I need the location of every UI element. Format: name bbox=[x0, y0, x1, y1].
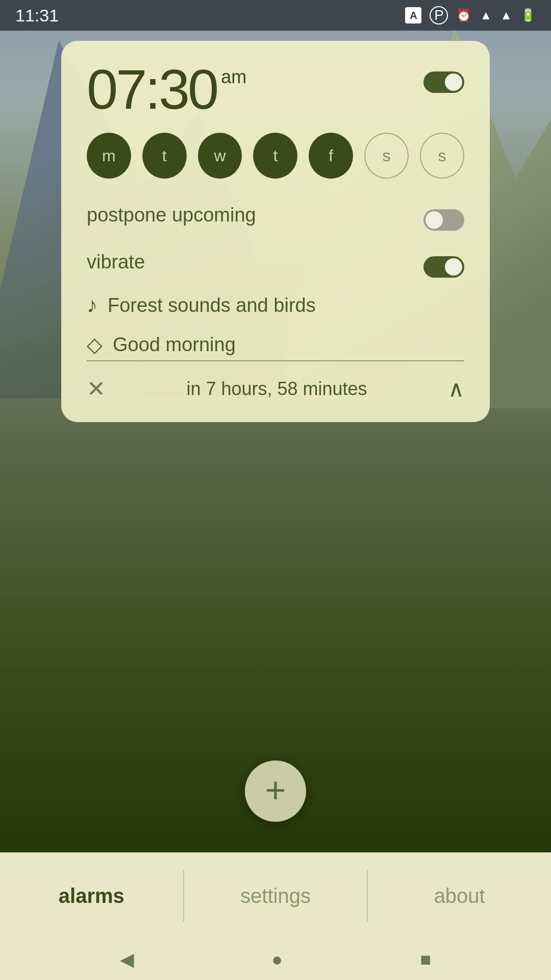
day-monday-label: m bbox=[102, 146, 116, 165]
add-alarm-button[interactable]: + bbox=[245, 761, 306, 822]
battery-icon: 🔋 bbox=[520, 8, 536, 22]
day-saturday[interactable]: s bbox=[364, 133, 409, 179]
tab-settings-label: settings bbox=[240, 885, 311, 908]
collapse-alarm-button[interactable]: ∧ bbox=[448, 376, 464, 402]
time-row: 07:30 am bbox=[87, 61, 464, 117]
day-monday[interactable]: m bbox=[87, 133, 131, 179]
home-button[interactable]: ● bbox=[271, 949, 283, 970]
postpone-label: postpone upcoming bbox=[87, 204, 256, 226]
wifi-icon: ▲ bbox=[480, 8, 492, 22]
day-tuesday[interactable]: t bbox=[142, 133, 187, 179]
postpone-toggle-knob bbox=[425, 211, 443, 229]
system-nav: ◀ ● ■ bbox=[0, 939, 551, 980]
alarm-icon: ⏰ bbox=[456, 8, 471, 22]
vibrate-toggle[interactable] bbox=[423, 256, 464, 278]
alarm-ampm: am bbox=[221, 66, 246, 88]
alarm-bottom-row: ✕ in 7 hours, 58 minutes ∧ bbox=[87, 376, 464, 402]
alarm-toggle-knob bbox=[445, 74, 462, 91]
vibrate-label: vibrate bbox=[87, 251, 145, 273]
time-remaining: in 7 hours, 58 minutes bbox=[186, 378, 367, 400]
postpone-toggle[interactable] bbox=[423, 209, 464, 231]
day-thursday-label: t bbox=[273, 146, 278, 165]
status-time: 11:31 bbox=[15, 6, 59, 26]
nav-tabs: alarms settings about bbox=[0, 852, 551, 939]
alarm-label-text: Good morning bbox=[113, 334, 464, 356]
day-friday-label: f bbox=[329, 146, 333, 165]
time-display: 07:30 am bbox=[87, 61, 246, 117]
alarm-time[interactable]: 07:30 bbox=[87, 61, 217, 117]
day-saturday-label: s bbox=[383, 146, 391, 165]
add-alarm-icon: + bbox=[265, 772, 286, 808]
bottom-nav: alarms settings about ◀ ● ■ bbox=[0, 852, 551, 980]
delete-alarm-button[interactable]: ✕ bbox=[87, 376, 106, 402]
day-sunday[interactable]: s bbox=[420, 133, 464, 179]
days-row: m t w t f s s bbox=[87, 133, 464, 179]
tab-settings[interactable]: settings bbox=[184, 852, 367, 939]
tab-about[interactable]: about bbox=[368, 852, 551, 939]
notification-a-icon: A bbox=[405, 7, 421, 23]
alarm-toggle[interactable] bbox=[423, 71, 464, 93]
status-icons: A P ⏰ ▲ ▲ 🔋 bbox=[405, 6, 536, 24]
back-button[interactable]: ◀ bbox=[120, 949, 134, 970]
music-note-icon: ♪ bbox=[87, 293, 97, 317]
vibrate-row: vibrate bbox=[87, 246, 464, 278]
tab-alarms-label: alarms bbox=[59, 885, 124, 908]
vibrate-toggle-knob bbox=[445, 258, 462, 276]
day-thursday[interactable]: t bbox=[253, 133, 297, 179]
day-friday[interactable]: f bbox=[309, 133, 353, 179]
recents-button[interactable]: ■ bbox=[420, 949, 432, 970]
notification-p-icon: P bbox=[430, 6, 448, 24]
tab-about-label: about bbox=[434, 885, 485, 908]
sound-row[interactable]: ♪ Forest sounds and birds bbox=[87, 293, 464, 317]
day-tuesday-label: t bbox=[162, 146, 167, 165]
day-wednesday-label: w bbox=[214, 146, 226, 165]
signal-icon: ▲ bbox=[500, 8, 512, 22]
tag-icon: ◇ bbox=[87, 333, 103, 356]
sound-label: Forest sounds and birds bbox=[108, 295, 316, 316]
tab-alarms[interactable]: alarms bbox=[0, 852, 183, 939]
alarm-label-row[interactable]: ◇ Good morning bbox=[87, 333, 464, 361]
status-bar: 11:31 A P ⏰ ▲ ▲ 🔋 bbox=[0, 0, 551, 31]
postpone-row: postpone upcoming bbox=[87, 199, 464, 231]
alarm-card: 07:30 am m t w t f s s postpone upco bbox=[61, 41, 490, 422]
day-wednesday[interactable]: w bbox=[198, 133, 242, 179]
day-sunday-label: s bbox=[438, 146, 446, 165]
